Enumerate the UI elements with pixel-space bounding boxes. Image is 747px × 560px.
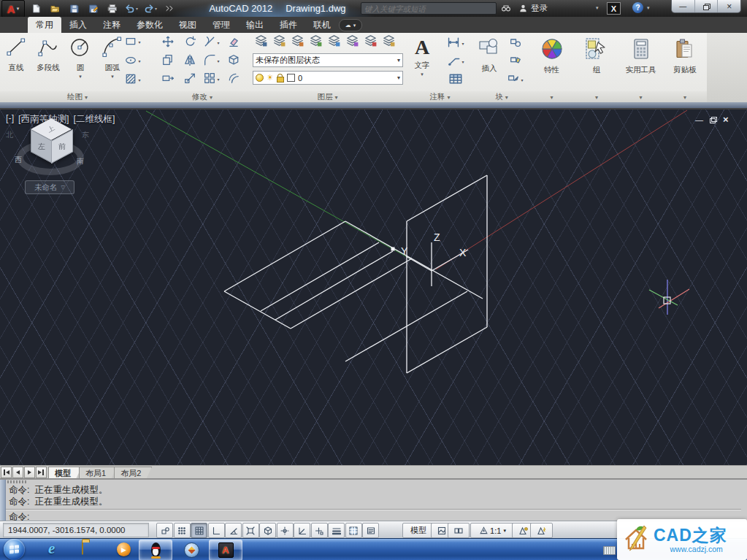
annotate-dimension-button[interactable]: ▾: [440, 36, 471, 51]
layer-isolate-button[interactable]: [344, 34, 361, 50]
visual-style-button[interactable]: [二维线框]: [74, 113, 115, 126]
modify-scale-button[interactable]: [180, 72, 199, 87]
toggle-object-snap-3d[interactable]: [259, 523, 276, 538]
panel-title-annotate[interactable]: 注释 ▾: [405, 91, 475, 102]
modify-explode-button[interactable]: [224, 53, 243, 69]
layout-nav-prev-button[interactable]: [12, 467, 23, 478]
layout-tab-布局1[interactable]: 布局1: [79, 467, 117, 479]
taskbar-media-player-icon[interactable]: ▶: [117, 542, 131, 556]
block-define-button[interactable]: ▾: [505, 72, 526, 88]
layer-dropdown[interactable]: ☀ 0 ▾: [253, 71, 403, 85]
modify-offset-button[interactable]: [224, 72, 243, 87]
geometry-line[interactable]: [436, 110, 687, 269]
layout-nav-last-button[interactable]: [36, 467, 47, 478]
flyout-caret-icon[interactable]: ▾: [217, 77, 219, 82]
layout-nav-next-button[interactable]: [24, 467, 35, 478]
geometry-line[interactable]: [275, 251, 393, 320]
sign-in-caret-icon[interactable]: ▾: [596, 5, 599, 11]
qat-save-as-button[interactable]: [86, 2, 101, 15]
ribbon-tab-插件[interactable]: 插件: [272, 17, 305, 33]
toggle-ortho-mode[interactable]: [208, 523, 225, 538]
draw-polyline-button[interactable]: 多段线: [34, 34, 63, 90]
utilities-button[interactable]: 实用工具: [621, 36, 662, 92]
modify-array-button[interactable]: ▾: [202, 72, 221, 87]
exchange-apps-button[interactable]: X: [607, 2, 621, 15]
taskbar-explorer-icon[interactable]: [82, 542, 83, 555]
toggle-grid-display[interactable]: [191, 523, 207, 538]
redo-caret-icon[interactable]: ▾: [155, 6, 157, 11]
toggle-quick-properties[interactable]: [362, 523, 379, 538]
layout-tab-模型[interactable]: 模型: [48, 467, 82, 479]
panel-title-layers[interactable]: 图层 ▾: [250, 91, 405, 102]
panel-title-block[interactable]: 块 ▾: [475, 91, 529, 102]
properties-button[interactable]: 特性: [532, 36, 572, 92]
text-button[interactable]: A 文字 ▾: [407, 34, 437, 91]
viewcube-cube[interactable]: 上 左 前: [31, 118, 72, 162]
layout-tab-布局2[interactable]: 布局2: [114, 467, 152, 479]
annotate-leader-button[interactable]: ▾: [440, 54, 471, 69]
geometry-line[interactable]: [224, 291, 291, 329]
toggle-dynamic-input[interactable]: [311, 523, 328, 538]
drawing-quickview-button[interactable]: [448, 523, 470, 538]
modify-copy-button[interactable]: [158, 53, 177, 69]
layer-lock-button[interactable]: [326, 34, 342, 50]
flyout-caret-icon[interactable]: ▾: [521, 77, 523, 83]
modify-erase-button[interactable]: [224, 35, 243, 50]
layer-off-button[interactable]: [289, 34, 306, 50]
flyout-caret-icon[interactable]: ▾: [138, 77, 140, 83]
layer-state-dropdown[interactable]: 未保存的图层状态▾: [253, 53, 403, 67]
group-button[interactable]: 组: [576, 36, 617, 92]
block-attr-button[interactable]: [505, 54, 526, 69]
ribbon-tab-输出[interactable]: 输出: [238, 17, 272, 33]
panel-title-modify[interactable]: 修改 ▾: [155, 91, 250, 102]
ribbon-tab-插入[interactable]: 插入: [61, 17, 95, 33]
toggle-snap-mode[interactable]: [174, 523, 191, 538]
flyout-caret-icon[interactable]: ▾: [79, 74, 82, 80]
ribbon-tab-常用[interactable]: 常用: [28, 17, 61, 33]
qat-undo-button[interactable]: ▾: [124, 2, 139, 15]
geometry-line[interactable]: [345, 221, 483, 299]
draw-ellipse-button[interactable]: ▾: [119, 53, 147, 69]
command-window-handle[interactable]: [7, 480, 26, 483]
modify-mirror-button[interactable]: [180, 53, 199, 69]
sign-in-button[interactable]: 登录: [531, 3, 548, 14]
draw-hatch-button[interactable]: ▾: [119, 72, 147, 88]
coordinates-readout[interactable]: 1944.0007, -3016.1574, 0.0000: [3, 523, 149, 537]
command-line-window[interactable]: 命令: 正在重生成模型。命令: 正在重生成模型。 命令:: [0, 478, 747, 521]
draw-circle-button[interactable]: 圆▾: [66, 34, 95, 90]
ribbon-tab-视图[interactable]: 视图: [171, 17, 204, 33]
panel-title-utilities[interactable]: ▾: [618, 91, 663, 102]
flyout-caret-icon[interactable]: ▾: [138, 39, 140, 45]
drawing-canvas[interactable]: ZYX [-][西南等轴测][二维线框] — × 北 东 西 南 上 左 前 未…: [0, 110, 747, 465]
ribbon-tab-管理[interactable]: 管理: [204, 17, 238, 33]
layer-properties-button[interactable]: [253, 34, 269, 50]
toggle-object-snap-tracking[interactable]: [277, 523, 294, 538]
viewport-menu-button[interactable]: [-]: [6, 113, 14, 126]
geometry-line[interactable]: [146, 111, 410, 258]
compass-north-label[interactable]: 北: [6, 130, 13, 140]
grip-point[interactable]: [391, 248, 395, 251]
minimize-button[interactable]: —: [672, 0, 695, 12]
ribbon-tab-参数化[interactable]: 参数化: [129, 17, 171, 33]
viewport-minimize-button[interactable]: —: [695, 115, 703, 124]
start-button[interactable]: [4, 539, 25, 560]
application-menu-button[interactable]: A ▾: [1, 0, 25, 18]
viewport-restore-button[interactable]: [710, 117, 716, 123]
flyout-caret-icon[interactable]: ▾: [217, 58, 219, 64]
flyout-caret-icon[interactable]: ▾: [138, 58, 140, 64]
draw-rectangle-button[interactable]: ▾: [119, 34, 147, 50]
qat-plot-button[interactable]: [105, 2, 120, 15]
qat-redo-button[interactable]: ▾: [143, 2, 158, 15]
flyout-caret-icon[interactable]: ▾: [461, 41, 464, 46]
viewcube-preset-dropdown[interactable]: 未命名▽: [25, 180, 74, 194]
layer-walk-button[interactable]: [380, 34, 397, 50]
toggle-object-snap[interactable]: [242, 523, 259, 538]
geometry-line[interactable]: [224, 221, 345, 291]
close-button[interactable]: ×: [718, 0, 740, 12]
toggle-transparency[interactable]: [345, 523, 362, 538]
toggle-lineweight[interactable]: [328, 523, 345, 538]
draw-line-button[interactable]: 直线: [1, 34, 31, 90]
ribbon-tab-注释[interactable]: 注释: [95, 17, 129, 33]
undo-caret-icon[interactable]: ▾: [136, 6, 138, 11]
taskbar-qq-button[interactable]: [139, 540, 172, 560]
